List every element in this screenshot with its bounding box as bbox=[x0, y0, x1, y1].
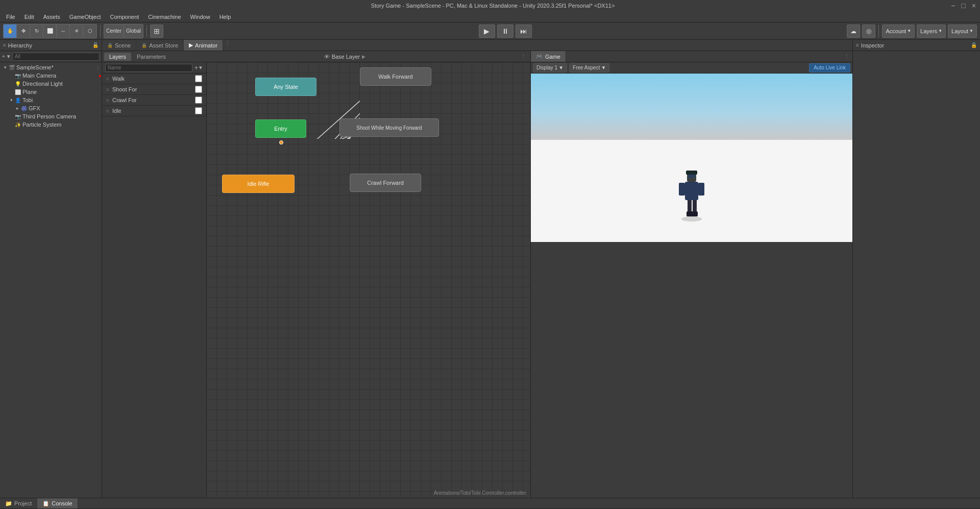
tab-more-btn[interactable]: ⋮ bbox=[223, 40, 232, 51]
node-any-state[interactable]: Any State bbox=[255, 78, 316, 96]
grid-btn[interactable]: ⊞ bbox=[150, 25, 163, 38]
svg-rect-15 bbox=[692, 211, 698, 216]
param-idle[interactable]: ≡ Idle bbox=[102, 106, 206, 116]
idle-rifle-label: Idle Rifle bbox=[248, 181, 270, 187]
display-dropdown[interactable]: Display 1 ▼ bbox=[533, 63, 567, 72]
step-button[interactable]: ⏭ bbox=[516, 25, 532, 38]
base-layer-label: Base Layer bbox=[332, 54, 360, 60]
toggle-samplescene[interactable]: ▾ bbox=[2, 65, 8, 70]
shootfor-drag: ≡ bbox=[106, 87, 110, 92]
graph-path: Animations/Tobi/Tobi Controller.controll… bbox=[434, 490, 526, 496]
idle-checkbox[interactable] bbox=[195, 107, 202, 114]
bottom-tab-bar: 📁 Project 📋 Console bbox=[0, 498, 980, 509]
add-arrow[interactable]: ▼ bbox=[6, 54, 11, 59]
tab-game[interactable]: 🎮 Game bbox=[531, 51, 566, 62]
auto-live-btn[interactable]: Auto Live Link bbox=[809, 63, 850, 72]
hierarchy-header: ≡ Hierarchy 🔓 bbox=[0, 40, 102, 51]
minimize-btn[interactable]: − bbox=[951, 2, 955, 10]
subtab-parameters[interactable]: Parameters bbox=[132, 53, 171, 61]
move-tool[interactable]: ✥ bbox=[17, 25, 30, 38]
tree-item-plane[interactable]: ⬜ Plane bbox=[0, 88, 102, 96]
animator-graph[interactable]: Any State Entry Idle Rifle Walk Forward bbox=[207, 62, 530, 498]
animator-search[interactable] bbox=[105, 64, 192, 72]
global-btn[interactable]: Global bbox=[124, 25, 143, 38]
tree-item-tobi[interactable]: ▾ 👤 Tobi bbox=[0, 96, 102, 104]
hand-tool[interactable]: ✋ bbox=[4, 25, 17, 38]
tree-item-tpcamera[interactable]: 📷 Third Person Camera bbox=[0, 112, 102, 120]
collab-btn[interactable]: ☁ bbox=[847, 25, 860, 38]
node-idle-rifle[interactable]: Idle Rifle bbox=[222, 175, 295, 193]
eye-icon: 👁 bbox=[324, 54, 330, 60]
aspect-label: Free Aspect bbox=[573, 65, 600, 70]
node-crawl-forward[interactable]: Crawl Forward bbox=[350, 174, 421, 192]
param-walk[interactable]: ≡ Walk bbox=[102, 74, 206, 84]
animator-add-btn[interactable]: + bbox=[194, 64, 198, 71]
account-arrow: ▼ bbox=[907, 29, 911, 33]
menu-component[interactable]: Component bbox=[106, 13, 143, 21]
animator-options[interactable]: ⋮ bbox=[519, 53, 528, 60]
tab-console[interactable]: 📋 Console bbox=[37, 498, 78, 508]
tab-assetstore[interactable]: 🔒 Asset Store bbox=[136, 40, 184, 51]
game-options-btn[interactable]: ⋮ bbox=[841, 53, 852, 60]
custom-tool[interactable]: ⬡ bbox=[83, 25, 96, 38]
window-controls[interactable]: − □ × bbox=[951, 2, 976, 10]
close-btn[interactable]: × bbox=[972, 2, 976, 10]
tree-item-gfx[interactable]: ▸ 🎆 GFX bbox=[0, 104, 102, 112]
hierarchy-lock[interactable]: 🔓 bbox=[92, 42, 99, 48]
walk-checkbox[interactable] bbox=[195, 75, 202, 82]
pause-button[interactable]: ⏸ bbox=[497, 25, 513, 38]
tree-item-samplescene[interactable]: ▾ 🎬 SampleScene* ⋮ bbox=[0, 63, 102, 71]
inspector-menu-icon: ≡ bbox=[856, 42, 859, 48]
tab-project[interactable]: 📁 Project bbox=[0, 498, 37, 508]
layers-dropdown[interactable]: Layers ▼ bbox=[917, 25, 946, 38]
layout-dropdown[interactable]: Layout ▼ bbox=[948, 25, 977, 38]
display-label: Display 1 bbox=[536, 65, 557, 70]
center-btn[interactable]: Center bbox=[104, 25, 124, 38]
transform-tool[interactable]: ✳ bbox=[70, 25, 83, 38]
node-shoot-moving[interactable]: Shoot While Moving Forward bbox=[339, 118, 439, 137]
cloud-btn[interactable]: ◎ bbox=[862, 25, 875, 38]
tab-scene[interactable]: 🔒 Scene bbox=[102, 40, 136, 51]
hierarchy-search[interactable] bbox=[12, 53, 100, 61]
editor-row: Layers Parameters 👁 Base Layer ▶ ⋮ bbox=[102, 51, 852, 498]
toggle-gfx[interactable]: ▸ bbox=[14, 106, 20, 111]
tree-item-particles[interactable]: ✨ Particle System bbox=[0, 120, 102, 129]
subtab-layers[interactable]: Layers bbox=[104, 53, 131, 61]
game-tab-label: Game bbox=[545, 54, 560, 60]
maximize-btn[interactable]: □ bbox=[961, 2, 965, 10]
dots-samplescene[interactable]: ⋮ bbox=[95, 65, 102, 70]
node-entry[interactable]: Entry bbox=[255, 119, 306, 138]
game-panel: 🎮 Game ⋮ Display 1 ▼ Free Aspect ▼ bbox=[531, 51, 852, 498]
toggle-tobi[interactable]: ▾ bbox=[8, 98, 14, 103]
project-tab-icon: 📁 bbox=[5, 500, 12, 507]
tree-item-dirlight[interactable]: 💡 Directional Light bbox=[0, 80, 102, 88]
menu-window[interactable]: Window bbox=[186, 13, 214, 21]
rotate-tool[interactable]: ↻ bbox=[30, 25, 43, 38]
pivot-group: Center Global bbox=[104, 24, 143, 38]
param-shootfor[interactable]: ≡ Shoot For bbox=[102, 84, 206, 95]
inspector-lock[interactable]: 🔓 bbox=[971, 42, 977, 48]
scale-tool[interactable]: ⬜ bbox=[43, 25, 57, 38]
aspect-dropdown[interactable]: Free Aspect ▼ bbox=[569, 63, 609, 72]
menu-help[interactable]: Help bbox=[215, 13, 235, 21]
account-dropdown[interactable]: Account ▼ bbox=[882, 25, 915, 38]
shootfor-checkbox[interactable] bbox=[195, 86, 202, 93]
base-layer-tab[interactable]: 👁 Base Layer ▶ bbox=[320, 53, 370, 61]
menu-file[interactable]: File bbox=[2, 13, 19, 21]
tree-item-maincamera[interactable]: 📷 Main Camera ● bbox=[0, 71, 102, 80]
crawlfor-checkbox[interactable] bbox=[195, 96, 202, 104]
menu-assets[interactable]: Assets bbox=[39, 13, 64, 21]
bottom-section: 📁 Project 📋 Console Clear ▼ Collapse Err… bbox=[0, 498, 980, 509]
tab-animator[interactable]: ▶ Animator bbox=[184, 40, 223, 51]
param-crawlfor[interactable]: ≡ Crawl For bbox=[102, 95, 206, 106]
animator-sub-tabs: Layers Parameters 👁 Base Layer ▶ ⋮ bbox=[102, 51, 530, 62]
animator-add-arrow[interactable]: ▼ bbox=[198, 65, 203, 70]
light-icon: 💡 bbox=[14, 80, 21, 87]
play-button[interactable]: ▶ bbox=[479, 25, 495, 38]
menu-gameobject[interactable]: GameObject bbox=[65, 13, 105, 21]
menu-cinemachine[interactable]: Cinemachine bbox=[144, 13, 185, 21]
menu-edit[interactable]: Edit bbox=[20, 13, 38, 21]
node-walk-forward[interactable]: Walk Forward bbox=[360, 67, 431, 86]
add-btn[interactable]: + bbox=[2, 54, 5, 59]
rect-tool[interactable]: ↔ bbox=[57, 25, 70, 38]
